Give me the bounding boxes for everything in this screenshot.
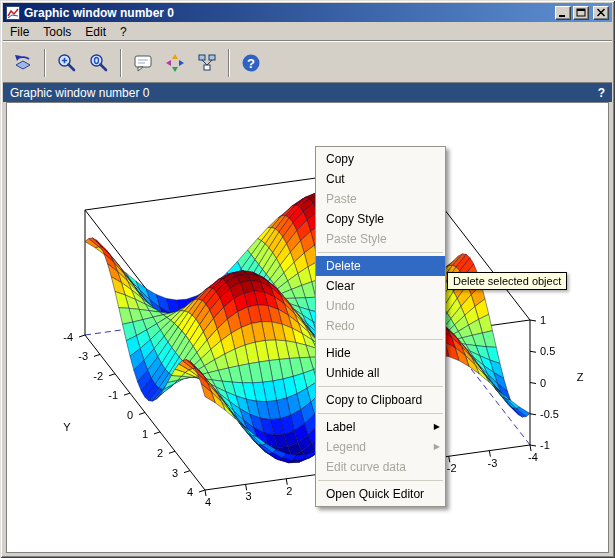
surface-plot-canvas[interactable] — [7, 103, 606, 549]
menu-separator — [318, 339, 443, 340]
context-menu-item-hide[interactable]: Hide — [316, 343, 445, 363]
context-menu-item-edit-curve-data: Edit curve data — [316, 457, 445, 477]
context-menu-item-undo: Undo — [316, 296, 445, 316]
minimize-button[interactable] — [555, 6, 571, 20]
context-menu-item-delete[interactable]: Delete — [316, 256, 445, 276]
menu-bar: File Tools Edit ? — [3, 22, 612, 41]
maximize-button[interactable] — [573, 6, 589, 20]
rotate-3d-button[interactable] — [8, 48, 38, 78]
menu-item-label: Copy to Clipboard — [326, 393, 422, 407]
toolbar: ? — [3, 41, 612, 83]
datatip-manager-button[interactable] — [160, 48, 190, 78]
scilab-figure-icon — [6, 6, 20, 20]
svg-text:?: ? — [247, 55, 255, 70]
menu-item-label: Copy Style — [326, 212, 384, 226]
info-bar: Graphic window number 0 ? — [3, 83, 612, 102]
menu-item-label: Undo — [326, 299, 355, 313]
zoom-in-icon — [56, 52, 78, 74]
context-menu-item-copy-to-clipboard[interactable]: Copy to Clipboard — [316, 390, 445, 410]
toolbar-separator — [228, 49, 230, 77]
menu-help[interactable]: ? — [113, 23, 134, 41]
context-menu-item-copy[interactable]: Copy — [316, 149, 445, 169]
close-button[interactable] — [593, 6, 609, 20]
context-menu-item-paste-style: Paste Style — [316, 229, 445, 249]
context-menu-item-cut[interactable]: Cut — [316, 169, 445, 189]
menu-item-label: Copy — [326, 152, 354, 166]
menu-item-label: Redo — [326, 319, 355, 333]
context-menu-item-clear[interactable]: Clear — [316, 276, 445, 296]
menu-item-label: Unhide all — [326, 366, 379, 380]
menu-item-label: Edit curve data — [326, 460, 406, 474]
menu-item-label: Paste — [326, 192, 357, 206]
info-bar-help[interactable]: ? — [598, 86, 605, 100]
rotate-3d-icon — [12, 52, 34, 74]
ged-editor-button[interactable] — [128, 48, 158, 78]
graphic-window: Graphic window number 0 File Tools Edit … — [0, 0, 615, 558]
submenu-arrow-icon: ▶ — [434, 417, 440, 437]
close-icon — [596, 8, 606, 17]
reset-view-button[interactable] — [84, 48, 114, 78]
menu-item-label: Cut — [326, 172, 345, 186]
submenu-arrow-icon: ▶ — [434, 437, 440, 457]
help-button[interactable]: ? — [236, 48, 266, 78]
menu-separator — [318, 413, 443, 414]
datatips-icon — [164, 52, 186, 74]
context-menu-item-copy-style[interactable]: Copy Style — [316, 209, 445, 229]
context-menu-item-legend: Legend▶ — [316, 437, 445, 457]
menu-item-label: Open Quick Editor — [326, 487, 424, 501]
toolbar-separator — [120, 49, 122, 77]
help-icon: ? — [240, 52, 262, 74]
context-menu-item-redo: Redo — [316, 316, 445, 336]
menu-item-label: Delete — [326, 259, 361, 273]
tooltip: Delete selected object — [447, 272, 567, 290]
figure-tree-icon — [196, 52, 218, 74]
info-bar-text: Graphic window number 0 — [10, 86, 149, 100]
toolbar-separator — [44, 49, 46, 77]
menu-item-label: Hide — [326, 346, 351, 360]
figure-browser-button[interactable] — [192, 48, 222, 78]
menu-separator — [318, 386, 443, 387]
menu-separator — [318, 480, 443, 481]
menu-item-label: Legend — [326, 440, 366, 454]
context-menu-item-open-quick-editor[interactable]: Open Quick Editor — [316, 484, 445, 504]
menu-separator — [318, 252, 443, 253]
menu-item-label: Label — [326, 420, 355, 434]
title-bar: Graphic window number 0 — [3, 3, 612, 22]
dialog-bubble-icon — [132, 52, 154, 74]
context-menu-item-label[interactable]: Label▶ — [316, 417, 445, 437]
zoom-area-button[interactable] — [52, 48, 82, 78]
menu-tools[interactable]: Tools — [36, 23, 78, 41]
context-menu: CopyCutPasteCopy StylePaste StyleDeleteC… — [315, 146, 446, 507]
maximize-icon — [576, 8, 586, 17]
menu-item-label: Clear — [326, 279, 355, 293]
context-menu-item-paste: Paste — [316, 189, 445, 209]
window-controls — [555, 6, 609, 20]
menu-file[interactable]: File — [3, 23, 36, 41]
window-title: Graphic window number 0 — [24, 6, 555, 20]
zoom-reset-icon — [88, 52, 110, 74]
menu-item-label: Paste Style — [326, 232, 387, 246]
context-menu-item-unhide-all[interactable]: Unhide all — [316, 363, 445, 383]
plot-area — [6, 102, 609, 553]
minimize-icon — [558, 8, 568, 17]
menu-edit[interactable]: Edit — [78, 23, 113, 41]
